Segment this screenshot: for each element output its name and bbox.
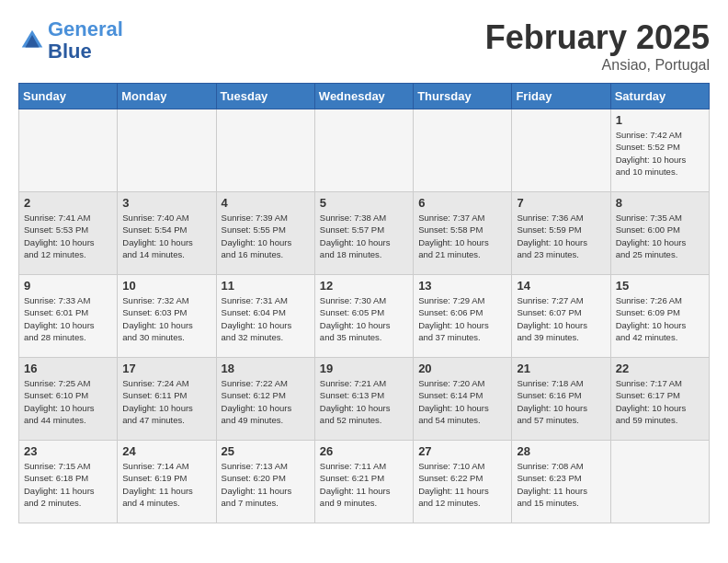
day-number: 4 xyxy=(222,196,310,210)
day-info: Sunrise: 7:13 AM Sunset: 6:20 PM Dayligh… xyxy=(222,460,310,509)
day-info: Sunrise: 7:21 AM Sunset: 6:13 PM Dayligh… xyxy=(320,377,408,426)
day-cell: 25Sunrise: 7:13 AM Sunset: 6:20 PM Dayli… xyxy=(216,441,314,523)
day-cell: 2Sunrise: 7:41 AM Sunset: 5:53 PM Daylig… xyxy=(19,192,118,275)
day-cell xyxy=(314,109,413,192)
day-cell: 1Sunrise: 7:42 AM Sunset: 5:52 PM Daylig… xyxy=(610,109,709,192)
weekday-header-tuesday: Tuesday xyxy=(216,84,314,109)
day-cell: 15Sunrise: 7:26 AM Sunset: 6:09 PM Dayli… xyxy=(610,275,709,358)
week-row-2: 2Sunrise: 7:41 AM Sunset: 5:53 PM Daylig… xyxy=(19,192,710,275)
day-number: 11 xyxy=(222,279,310,293)
logo-icon xyxy=(18,27,46,54)
day-number: 9 xyxy=(24,279,112,293)
day-cell: 3Sunrise: 7:40 AM Sunset: 5:54 PM Daylig… xyxy=(118,192,216,275)
logo-text: General Blue xyxy=(48,18,123,63)
day-info: Sunrise: 7:15 AM Sunset: 6:18 PM Dayligh… xyxy=(24,460,112,509)
page-header: General Blue February 2025 Ansiao, Portu… xyxy=(18,18,710,74)
day-info: Sunrise: 7:37 AM Sunset: 5:58 PM Dayligh… xyxy=(418,212,506,260)
day-info: Sunrise: 7:35 AM Sunset: 6:00 PM Dayligh… xyxy=(616,212,704,260)
day-cell: 8Sunrise: 7:35 AM Sunset: 6:00 PM Daylig… xyxy=(610,192,709,275)
day-number: 19 xyxy=(320,362,408,375)
week-row-3: 9Sunrise: 7:33 AM Sunset: 6:01 PM Daylig… xyxy=(19,275,710,358)
day-cell: 27Sunrise: 7:10 AM Sunset: 6:22 PM Dayli… xyxy=(414,441,512,523)
day-info: Sunrise: 7:22 AM Sunset: 6:12 PM Dayligh… xyxy=(222,377,310,426)
day-cell: 19Sunrise: 7:21 AM Sunset: 6:13 PM Dayli… xyxy=(314,358,413,441)
day-info: Sunrise: 7:17 AM Sunset: 6:17 PM Dayligh… xyxy=(616,377,704,426)
day-cell: 24Sunrise: 7:14 AM Sunset: 6:19 PM Dayli… xyxy=(118,441,216,523)
day-cell: 14Sunrise: 7:27 AM Sunset: 6:07 PM Dayli… xyxy=(512,275,610,358)
day-number: 26 xyxy=(320,444,408,458)
day-info: Sunrise: 7:18 AM Sunset: 6:16 PM Dayligh… xyxy=(517,377,605,426)
weekday-header-sunday: Sunday xyxy=(19,84,118,109)
day-number: 17 xyxy=(122,362,210,375)
day-cell: 23Sunrise: 7:15 AM Sunset: 6:18 PM Dayli… xyxy=(19,441,118,523)
day-number: 20 xyxy=(418,362,506,375)
day-number: 27 xyxy=(418,444,506,458)
day-info: Sunrise: 7:42 AM Sunset: 5:52 PM Dayligh… xyxy=(616,129,704,178)
week-row-4: 16Sunrise: 7:25 AM Sunset: 6:10 PM Dayli… xyxy=(19,358,710,441)
day-info: Sunrise: 7:32 AM Sunset: 6:03 PM Dayligh… xyxy=(122,294,210,343)
day-number: 7 xyxy=(517,196,605,210)
day-number: 6 xyxy=(418,196,506,210)
day-info: Sunrise: 7:26 AM Sunset: 6:09 PM Dayligh… xyxy=(616,294,704,343)
day-info: Sunrise: 7:40 AM Sunset: 5:54 PM Dayligh… xyxy=(122,212,210,260)
day-info: Sunrise: 7:14 AM Sunset: 6:19 PM Dayligh… xyxy=(122,460,210,509)
day-number: 12 xyxy=(320,279,408,293)
day-cell: 5Sunrise: 7:38 AM Sunset: 5:57 PM Daylig… xyxy=(314,192,413,275)
month-title: February 2025 xyxy=(485,18,710,57)
day-cell: 21Sunrise: 7:18 AM Sunset: 6:16 PM Dayli… xyxy=(512,358,610,441)
logo: General Blue xyxy=(18,18,123,63)
day-info: Sunrise: 7:39 AM Sunset: 5:55 PM Dayligh… xyxy=(222,212,310,260)
day-number: 1 xyxy=(616,113,704,127)
day-info: Sunrise: 7:10 AM Sunset: 6:22 PM Dayligh… xyxy=(418,460,506,509)
day-number: 25 xyxy=(222,444,310,458)
day-cell: 22Sunrise: 7:17 AM Sunset: 6:17 PM Dayli… xyxy=(610,358,709,441)
weekday-header-thursday: Thursday xyxy=(414,84,512,109)
day-number: 22 xyxy=(616,362,704,375)
day-cell: 10Sunrise: 7:32 AM Sunset: 6:03 PM Dayli… xyxy=(118,275,216,358)
title-block: February 2025 Ansiao, Portugal xyxy=(485,18,710,74)
weekday-header-wednesday: Wednesday xyxy=(314,84,413,109)
week-row-1: 1Sunrise: 7:42 AM Sunset: 5:52 PM Daylig… xyxy=(19,109,710,192)
day-cell: 9Sunrise: 7:33 AM Sunset: 6:01 PM Daylig… xyxy=(19,275,118,358)
day-cell xyxy=(19,109,118,192)
day-cell xyxy=(216,109,314,192)
day-info: Sunrise: 7:30 AM Sunset: 6:05 PM Dayligh… xyxy=(320,294,408,343)
day-cell: 17Sunrise: 7:24 AM Sunset: 6:11 PM Dayli… xyxy=(118,358,216,441)
day-number: 21 xyxy=(517,362,605,375)
day-number: 5 xyxy=(320,196,408,210)
day-info: Sunrise: 7:33 AM Sunset: 6:01 PM Dayligh… xyxy=(24,294,112,343)
day-info: Sunrise: 7:08 AM Sunset: 6:23 PM Dayligh… xyxy=(517,460,605,509)
day-number: 2 xyxy=(24,196,112,210)
day-info: Sunrise: 7:36 AM Sunset: 5:59 PM Dayligh… xyxy=(517,212,605,260)
day-cell xyxy=(610,441,709,523)
week-row-5: 23Sunrise: 7:15 AM Sunset: 6:18 PM Dayli… xyxy=(19,441,710,523)
day-cell: 26Sunrise: 7:11 AM Sunset: 6:21 PM Dayli… xyxy=(314,441,413,523)
day-cell: 13Sunrise: 7:29 AM Sunset: 6:06 PM Dayli… xyxy=(414,275,512,358)
weekday-header-friday: Friday xyxy=(512,84,610,109)
day-info: Sunrise: 7:29 AM Sunset: 6:06 PM Dayligh… xyxy=(418,294,506,343)
day-cell: 20Sunrise: 7:20 AM Sunset: 6:14 PM Dayli… xyxy=(414,358,512,441)
day-info: Sunrise: 7:38 AM Sunset: 5:57 PM Dayligh… xyxy=(320,212,408,260)
day-number: 13 xyxy=(418,279,506,293)
day-info: Sunrise: 7:31 AM Sunset: 6:04 PM Dayligh… xyxy=(222,294,310,343)
day-number: 10 xyxy=(122,279,210,293)
weekday-header-row: SundayMondayTuesdayWednesdayThursdayFrid… xyxy=(19,84,710,109)
day-number: 8 xyxy=(616,196,704,210)
day-info: Sunrise: 7:25 AM Sunset: 6:10 PM Dayligh… xyxy=(24,377,112,426)
day-number: 23 xyxy=(24,444,112,458)
day-info: Sunrise: 7:41 AM Sunset: 5:53 PM Dayligh… xyxy=(24,212,112,260)
day-cell: 18Sunrise: 7:22 AM Sunset: 6:12 PM Dayli… xyxy=(216,358,314,441)
weekday-header-monday: Monday xyxy=(118,84,216,109)
day-cell: 12Sunrise: 7:30 AM Sunset: 6:05 PM Dayli… xyxy=(314,275,413,358)
day-info: Sunrise: 7:11 AM Sunset: 6:21 PM Dayligh… xyxy=(320,460,408,509)
day-info: Sunrise: 7:24 AM Sunset: 6:11 PM Dayligh… xyxy=(122,377,210,426)
day-info: Sunrise: 7:20 AM Sunset: 6:14 PM Dayligh… xyxy=(418,377,506,426)
day-cell: 16Sunrise: 7:25 AM Sunset: 6:10 PM Dayli… xyxy=(19,358,118,441)
day-cell: 4Sunrise: 7:39 AM Sunset: 5:55 PM Daylig… xyxy=(216,192,314,275)
day-cell xyxy=(414,109,512,192)
calendar-table: SundayMondayTuesdayWednesdayThursdayFrid… xyxy=(18,83,710,523)
day-cell xyxy=(118,109,216,192)
day-cell xyxy=(512,109,610,192)
weekday-header-saturday: Saturday xyxy=(610,84,709,109)
day-number: 16 xyxy=(24,362,112,375)
